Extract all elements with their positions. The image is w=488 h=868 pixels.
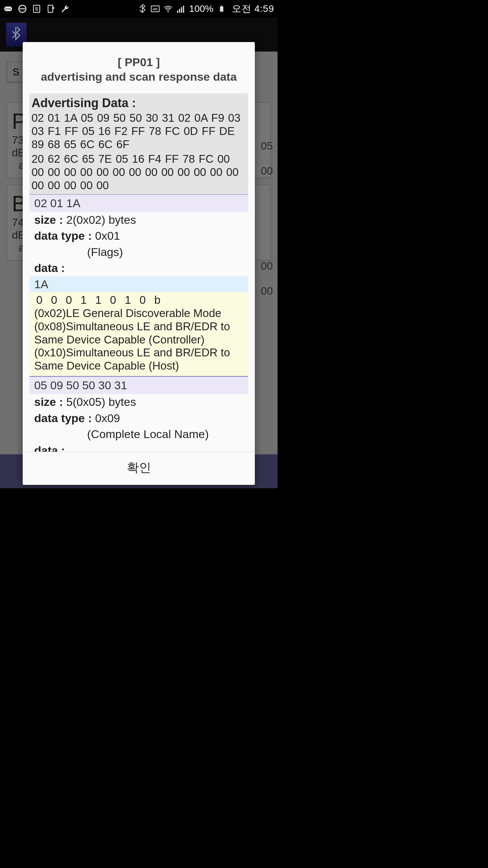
svg-point-11 bbox=[167, 11, 169, 12]
svg-point-2 bbox=[7, 8, 9, 9]
ok-button[interactable]: 확인 bbox=[127, 459, 151, 476]
wifi-icon bbox=[163, 4, 173, 14]
block-icon bbox=[18, 4, 27, 14]
type-label: data type : bbox=[34, 412, 95, 425]
dialog-title-name: [ PP01 ] bbox=[30, 55, 247, 70]
chunk-bits: 0 0 0 1 1 0 1 0 b bbox=[34, 294, 243, 307]
svg-rect-16 bbox=[220, 6, 223, 12]
size-value: 2(0x02) bytes bbox=[66, 213, 136, 226]
chunk-data-label: data : bbox=[29, 260, 248, 276]
data-label: data : bbox=[34, 444, 65, 452]
dialog-title-sub: advertising and scan response data bbox=[30, 70, 247, 84]
chunk-type: data type : 0x09 bbox=[29, 410, 248, 427]
chunk-data-label: data : bbox=[29, 442, 248, 452]
dialog-body[interactable]: Advertising Data : 02 01 1A 05 09 50 50 … bbox=[23, 92, 255, 452]
type-label: data type : bbox=[34, 229, 95, 242]
adv-chunk: 02 01 1A size : 2(0x02) bytes data type … bbox=[29, 194, 248, 377]
clock: 오전 4:59 bbox=[232, 2, 274, 15]
chunk-explain: 0 0 0 1 1 0 1 0 b (0x02)LE General Disco… bbox=[29, 292, 248, 376]
svg-text:S: S bbox=[35, 6, 38, 12]
svg-rect-8 bbox=[48, 5, 53, 13]
modal-overlay[interactable]: [ PP01 ] advertising and scan response d… bbox=[0, 18, 278, 488]
export-icon bbox=[46, 4, 56, 14]
data-label: data : bbox=[34, 261, 65, 274]
size-label: size : bbox=[34, 395, 66, 408]
svg-rect-13 bbox=[179, 9, 180, 13]
size-value: 5(0x05) bytes bbox=[66, 395, 136, 408]
dialog-footer: 확인 bbox=[23, 452, 255, 485]
chunk-hex: 02 01 1A bbox=[29, 195, 248, 212]
svg-rect-14 bbox=[181, 7, 182, 13]
adv-chunk: 05 09 50 50 30 31 size : 5(0x05) bytes d… bbox=[29, 376, 248, 452]
svg-rect-12 bbox=[177, 11, 178, 13]
type-value: 0x01 bbox=[95, 229, 120, 242]
status-left-icons: S bbox=[3, 4, 70, 14]
svg-point-3 bbox=[9, 8, 11, 9]
chunk-type: data type : 0x01 bbox=[29, 228, 248, 244]
dialog-title: [ PP01 ] advertising and scan response d… bbox=[23, 42, 255, 92]
chunk-type-desc: (Flags) bbox=[29, 244, 248, 260]
size-label: size : bbox=[34, 213, 66, 226]
hd-icon: HD bbox=[150, 4, 160, 14]
adv-data-label: Advertising Data : bbox=[32, 96, 246, 110]
wrench-icon bbox=[60, 4, 70, 14]
notif-s-icon: S bbox=[32, 4, 41, 14]
chunk-type-desc: (Complete Local Name) bbox=[29, 426, 248, 442]
signal-icon bbox=[176, 4, 186, 14]
adv-data-dialog: [ PP01 ] advertising and scan response d… bbox=[23, 42, 255, 485]
battery-icon bbox=[217, 4, 226, 14]
chunk-size: size : 5(0x05) bytes bbox=[29, 394, 248, 410]
chunk-explain-text: (0x02)LE General Discoverable Mode (0x08… bbox=[34, 307, 243, 373]
svg-rect-15 bbox=[183, 6, 184, 13]
battery-percent: 100% bbox=[189, 3, 214, 14]
svg-rect-17 bbox=[221, 6, 222, 6]
adv-hex-line1: 02 01 1A 05 09 50 50 30 31 02 0A F9 03 0… bbox=[32, 110, 246, 151]
adv-hex-line2: 20 62 6C 65 7E 05 16 F4 FF 78 FC 00 00 0… bbox=[32, 151, 246, 192]
chunk-size: size : 2(0x02) bytes bbox=[29, 212, 248, 228]
chunk-hex: 05 09 50 50 30 31 bbox=[29, 377, 248, 394]
parsed-chunks: 02 01 1A size : 2(0x02) bytes data type … bbox=[29, 194, 248, 452]
status-right-icons: HD 100% 오전 4:59 bbox=[138, 2, 274, 15]
svg-point-1 bbox=[5, 8, 7, 9]
chunk-data-hex: 1A bbox=[29, 276, 248, 292]
bluetooth-icon bbox=[138, 4, 147, 14]
type-value: 0x09 bbox=[95, 412, 120, 425]
svg-text:HD: HD bbox=[153, 7, 158, 11]
more-icon bbox=[3, 4, 13, 14]
status-bar: S HD 100% 오전 4:59 bbox=[0, 0, 278, 18]
adv-data-section: Advertising Data : 02 01 1A 05 09 50 50 … bbox=[29, 93, 248, 194]
